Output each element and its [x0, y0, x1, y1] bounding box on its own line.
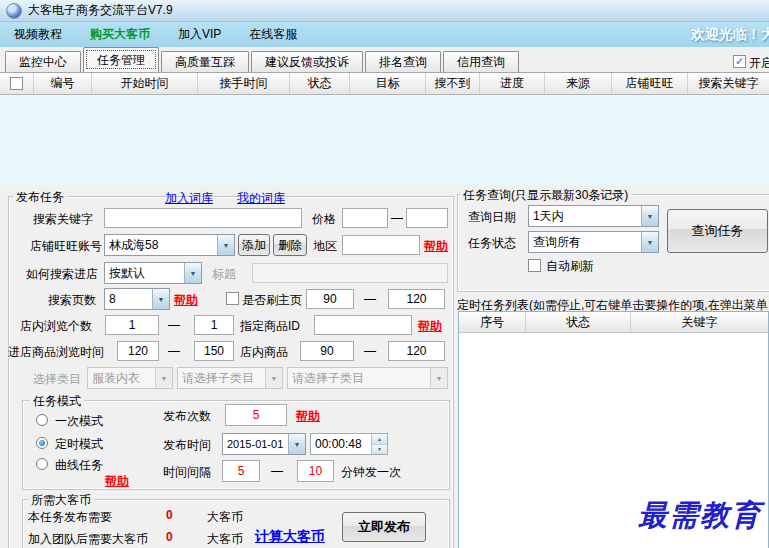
area-label: 地区 [313, 238, 337, 255]
area-input[interactable] [342, 235, 420, 255]
column-header-search-keyword[interactable]: 搜索关键字 [688, 73, 769, 94]
search-mode-label: 如何搜索进店 [26, 266, 98, 283]
chevron-down-icon[interactable]: ▼ [641, 232, 658, 252]
add-words-link[interactable]: 加入词库 [165, 190, 213, 207]
earn-coins-checkbox[interactable]: ✓ [733, 55, 746, 68]
column-header-accept-time[interactable]: 接手时间 [198, 73, 290, 94]
column-header-shop-wangwang[interactable]: 店铺旺旺 [612, 73, 688, 94]
pages-select[interactable]: 8 ▼ [104, 288, 170, 310]
mode-timed-radio[interactable] [36, 437, 48, 449]
spinner-down-icon[interactable]: ▼ [372, 445, 387, 455]
product-id-input[interactable] [314, 315, 412, 335]
column-header-not-found[interactable]: 搜不到 [426, 73, 480, 94]
column-header-status[interactable]: 状态 [290, 73, 350, 94]
column-header-source[interactable]: 来源 [545, 73, 612, 94]
menu-item-join-vip[interactable]: 加入VIP [164, 26, 235, 43]
add-account-button[interactable]: 添加 [238, 234, 270, 256]
homepage-label[interactable]: 是否刷主页 [242, 292, 302, 309]
column-header-id[interactable]: 编号 [34, 73, 92, 94]
mode-help-link[interactable]: 帮助 [105, 473, 129, 490]
publish-clock-spinner[interactable]: 00:00:48 ▲ ▼ [310, 433, 388, 455]
task-list-empty-area [0, 95, 769, 185]
column-header-target[interactable]: 目标 [350, 73, 426, 94]
homepage-checkbox[interactable] [226, 292, 239, 305]
publish-date-picker[interactable]: 2015-01-01 ▼ [222, 433, 306, 455]
tab-task-management[interactable]: 任务管理 [83, 47, 159, 72]
column-header-keyword[interactable]: 关键字 [631, 312, 768, 332]
tab-quality-visits[interactable]: 高质量互踩 [161, 51, 249, 72]
cost-row1-label: 本任务发布需要 [28, 509, 112, 526]
mode-curve-label[interactable]: 曲线任务 [55, 457, 103, 474]
title-bar: 大客电子商务交流平台V7.9 [0, 0, 769, 22]
browse-time-min-input[interactable]: 120 [117, 341, 159, 361]
mode-curve-radio[interactable] [36, 458, 48, 470]
search-mode-select[interactable]: 按默认 ▼ [104, 262, 202, 284]
homepage-max-input[interactable]: 120 [388, 289, 445, 309]
publish-clock-value: 00:00:48 [311, 434, 371, 454]
browse-count-min-input[interactable]: 1 [105, 315, 159, 335]
price-min-input[interactable] [342, 208, 388, 228]
interval-min-input[interactable]: 5 [222, 460, 260, 482]
browse-time-label: 进店商品浏览时间 [8, 344, 104, 361]
wangwang-label: 店铺旺旺账号 [30, 238, 102, 255]
query-status-select[interactable]: 查询所有 ▼ [528, 231, 659, 253]
column-header-index[interactable]: 序号 [459, 312, 526, 332]
chevron-down-icon[interactable]: ▼ [641, 206, 658, 226]
chevron-down-icon[interactable]: ▼ [217, 235, 234, 255]
tab-rank-query[interactable]: 排名查询 [365, 51, 441, 72]
category-select-value: 服装内衣 [88, 368, 155, 388]
column-header-state[interactable]: 状态 [526, 312, 631, 332]
shop-items-max-input[interactable]: 120 [388, 341, 445, 361]
earn-coins-label[interactable]: 开启赚大 [749, 55, 769, 72]
check-icon: ✓ [735, 56, 744, 67]
column-header-progress[interactable]: 进度 [480, 73, 545, 94]
publish-now-button[interactable]: 立即发布 [342, 512, 426, 542]
interval-max-input[interactable]: 10 [297, 460, 334, 482]
tab-credit-query[interactable]: 信用查询 [443, 51, 519, 72]
search-mode-value: 按默认 [105, 263, 184, 283]
chevron-down-icon: ▼ [265, 368, 282, 388]
browse-count-max-input[interactable]: 1 [194, 315, 234, 335]
publish-times-input[interactable]: 5 [225, 404, 287, 426]
area-help-link[interactable]: 帮助 [424, 238, 448, 255]
query-status-value: 查询所有 [529, 232, 641, 252]
column-header-start-time[interactable]: 开始时间 [92, 73, 198, 94]
menu-item-buy-coins[interactable]: 购买大客币 [76, 26, 164, 43]
subcategory-select-1: 请选择子类目 ▼ [177, 367, 283, 389]
auto-refresh-label[interactable]: 自动刷新 [546, 258, 594, 275]
auto-refresh-checkbox[interactable] [528, 259, 541, 272]
chevron-down-icon[interactable]: ▼ [184, 263, 201, 283]
shop-items-min-input[interactable]: 90 [300, 341, 354, 361]
chevron-down-icon: ▼ [430, 368, 447, 388]
mode-once-radio[interactable] [36, 414, 48, 426]
my-words-link[interactable]: 我的词库 [237, 190, 285, 207]
mode-once-label[interactable]: 一次模式 [55, 413, 103, 430]
tab-monitor-center[interactable]: 监控中心 [5, 51, 81, 72]
product-id-help-link[interactable]: 帮助 [418, 318, 442, 335]
keyword-input[interactable] [104, 208, 302, 228]
pages-help-link[interactable]: 帮助 [174, 292, 198, 309]
query-task-button[interactable]: 查询任务 [667, 209, 768, 253]
price-dash: — [391, 211, 403, 225]
price-max-input[interactable] [406, 208, 448, 228]
task-table-header: 编号 开始时间 接手时间 状态 目标 搜不到 进度 来源 店铺旺旺 搜索关键字 [0, 73, 769, 95]
tab-feedback-complaint[interactable]: 建议反馈或投诉 [251, 51, 363, 72]
calc-coins-link[interactable]: 计算大客币 [255, 528, 325, 546]
publish-date-value: 2015-01-01 [223, 434, 288, 454]
publish-times-help-link[interactable]: 帮助 [296, 408, 320, 425]
spinner-up-icon[interactable]: ▲ [372, 434, 387, 445]
query-date-select[interactable]: 1天内 ▼ [528, 205, 659, 227]
menu-item-online-service[interactable]: 在线客服 [235, 26, 311, 43]
homepage-min-input[interactable]: 90 [306, 289, 354, 309]
mode-timed-label[interactable]: 定时模式 [55, 436, 103, 453]
shop-items-dash: — [364, 344, 376, 358]
browse-time-max-input[interactable]: 150 [194, 341, 234, 361]
select-all-checkbox[interactable] [10, 77, 23, 90]
subcategory-1-value: 请选择子类目 [178, 368, 265, 388]
menu-item-video-tutorial[interactable]: 视频教程 [0, 26, 76, 43]
chevron-down-icon[interactable]: ▼ [288, 434, 305, 454]
wangwang-select[interactable]: 林成海58 ▼ [104, 234, 235, 256]
chevron-down-icon[interactable]: ▼ [152, 289, 169, 309]
wangwang-select-value: 林成海58 [105, 235, 217, 255]
delete-account-button[interactable]: 删除 [273, 234, 307, 256]
